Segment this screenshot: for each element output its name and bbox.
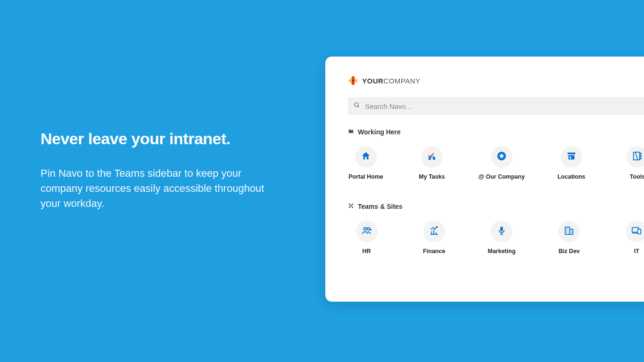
search-icon xyxy=(354,102,360,110)
mic-icon xyxy=(496,225,507,238)
svg-point-4 xyxy=(352,79,355,82)
home-icon xyxy=(361,151,371,163)
svg-point-2 xyxy=(351,82,355,85)
devices-icon xyxy=(631,225,642,238)
tools-icon xyxy=(632,151,643,163)
brand-mark-icon xyxy=(348,75,358,86)
store-icon xyxy=(566,151,577,163)
svg-rect-44 xyxy=(638,229,641,234)
tile-marketing[interactable]: Marketing xyxy=(483,221,520,255)
svg-line-17 xyxy=(635,152,638,160)
tile-row-teams-sites: HR Finance Marketing Biz Dev IT xyxy=(348,221,644,255)
tile-label: Portal Home xyxy=(348,173,383,180)
star-badge-icon xyxy=(496,151,507,163)
tile-label: IT xyxy=(634,248,639,255)
svg-point-8 xyxy=(433,158,435,160)
svg-point-24 xyxy=(363,228,366,230)
tile-label: My Tasks xyxy=(419,173,445,180)
svg-point-7 xyxy=(429,158,431,160)
chart-icon xyxy=(429,225,439,238)
search-bar[interactable] xyxy=(348,97,644,115)
folder-icon xyxy=(348,128,354,136)
tile-label: HR xyxy=(363,248,371,255)
tile-it[interactable]: IT xyxy=(618,221,644,255)
tile-biz-dev[interactable]: Biz Dev xyxy=(551,221,588,255)
tile-label: Locations xyxy=(557,173,585,180)
people-icon xyxy=(362,225,372,238)
svg-point-0 xyxy=(351,76,355,80)
tile-row-working-here: Portal Home My Tasks @ Our Company Locat… xyxy=(348,146,644,180)
tile-label: Tools xyxy=(630,173,644,180)
section-label-working-here: Working Here xyxy=(348,128,644,136)
tile-label: Finance xyxy=(423,248,445,255)
hero-body: Pin Navo to the Teams sidebar to keep yo… xyxy=(41,166,286,211)
hero-section: Never leave your intranet. Pin Navo to t… xyxy=(41,130,286,211)
tile-label: Biz Dev xyxy=(559,248,580,255)
tile-finance[interactable]: Finance xyxy=(415,221,453,255)
tile-locations[interactable]: Locations xyxy=(553,146,589,180)
connect-icon xyxy=(348,203,354,210)
tile-tools[interactable]: Tools xyxy=(619,146,644,180)
brand-text: YOURCOMPANY xyxy=(362,77,421,85)
section-label-teams-sites: Teams & Sites xyxy=(348,203,644,210)
svg-point-5 xyxy=(355,103,358,107)
tile-hr[interactable]: HR xyxy=(348,221,385,255)
svg-rect-36 xyxy=(570,229,573,234)
svg-point-1 xyxy=(349,79,352,82)
tile-portal-home[interactable]: Portal Home xyxy=(348,146,384,180)
navo-panel: YOURCOMPANY Working Here Portal Home xyxy=(325,57,644,302)
hero-title: Never leave your intranet. xyxy=(41,130,286,148)
tile-label: Marketing xyxy=(487,248,515,255)
tasks-icon xyxy=(427,151,437,163)
svg-rect-11 xyxy=(570,156,571,159)
svg-rect-32 xyxy=(500,227,503,231)
brand-logo: YOURCOMPANY xyxy=(348,75,644,86)
svg-point-25 xyxy=(367,228,370,230)
tile-our-company[interactable]: @ Our Company xyxy=(480,146,523,180)
building-icon xyxy=(564,225,574,238)
tile-my-tasks[interactable]: My Tasks xyxy=(414,146,450,180)
svg-line-6 xyxy=(358,106,359,107)
svg-point-3 xyxy=(354,79,357,82)
tile-label: @ Our Company xyxy=(479,173,525,180)
search-input[interactable] xyxy=(365,102,644,110)
